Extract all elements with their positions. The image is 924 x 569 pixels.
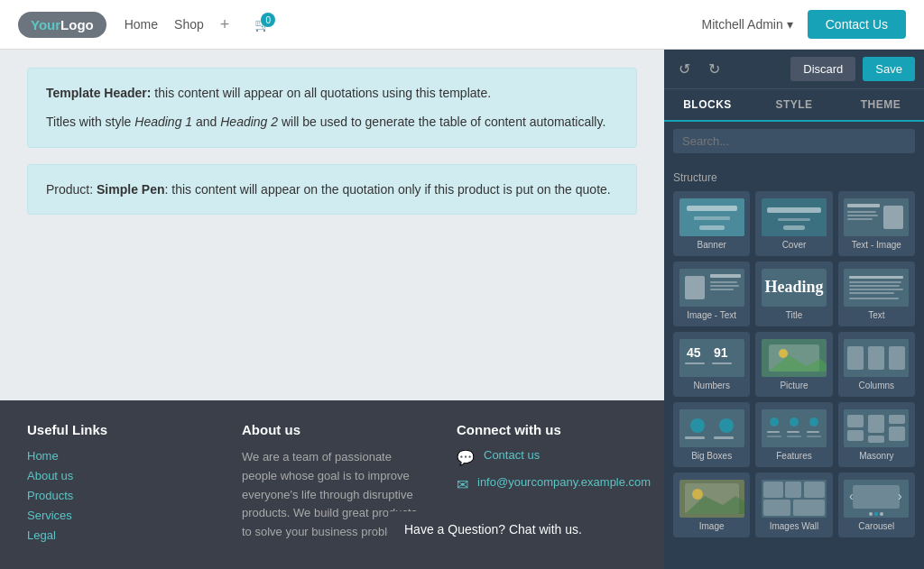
svg-rect-73: [853, 485, 900, 509]
box2-body: : this content will appear on the quotat…: [165, 182, 611, 197]
footer-links-list: Home About us Products Services Legal: [27, 448, 206, 542]
svg-rect-12: [847, 218, 873, 220]
box1-body: this content will appear on all quotatio…: [151, 86, 491, 100]
svg-text:›: ›: [898, 489, 902, 503]
svg-point-41: [690, 418, 705, 433]
panel-toolbar: ↺ ↻ Discard Save: [664, 50, 924, 89]
block-thumb-numbers: 45 91: [679, 339, 744, 377]
svg-rect-3: [699, 225, 725, 230]
block-heading[interactable]: Heading Title: [755, 262, 832, 326]
block-thumb-picture: [762, 339, 827, 377]
svg-rect-44: [714, 436, 734, 439]
chat-icon: 💬: [457, 449, 475, 466]
footer-link-services[interactable]: Services: [27, 508, 206, 522]
content-area: Template Header: this content will appea…: [0, 50, 664, 569]
nav-home[interactable]: Home: [125, 17, 158, 32]
block-banner[interactable]: Banner: [673, 191, 750, 256]
tab-style[interactable]: STYLE: [751, 89, 837, 120]
block-label-big-boxes: Big Boxes: [691, 451, 732, 461]
block-big-boxes[interactable]: Big Boxes: [673, 402, 750, 467]
svg-rect-39: [889, 346, 905, 370]
svg-rect-50: [787, 431, 799, 433]
svg-rect-18: [710, 285, 739, 287]
svg-point-47: [790, 418, 799, 427]
svg-rect-17: [710, 281, 737, 283]
block-thumb-image-text: [679, 269, 744, 307]
svg-point-42: [719, 418, 734, 433]
box2-product: Simple Pen: [97, 182, 164, 197]
block-thumb-image: [679, 480, 744, 518]
chat-widget[interactable]: Have a Question? Chat with us.: [388, 511, 598, 547]
svg-rect-24: [849, 289, 903, 290]
nav-links: Home Shop + 🛒 0: [125, 15, 271, 34]
block-text[interactable]: Text: [838, 262, 915, 326]
svg-rect-19: [710, 289, 734, 290]
save-button[interactable]: Save: [863, 57, 915, 81]
box1-end: will be used to generate the table of co…: [278, 115, 605, 129]
block-masonry[interactable]: Masonry: [838, 402, 915, 467]
logo[interactable]: YourLogo: [18, 12, 106, 38]
block-label-masonry: Masonry: [859, 451, 893, 461]
block-picture[interactable]: Picture: [755, 332, 832, 397]
block-text-image[interactable]: Text - Image: [838, 191, 915, 256]
footer-link-products[interactable]: Products: [27, 488, 206, 502]
block-columns[interactable]: Columns: [838, 332, 915, 397]
svg-rect-30: [685, 363, 705, 364]
svg-rect-49: [767, 431, 780, 433]
box1-sub: Titles with style: [46, 115, 134, 129]
block-numbers[interactable]: 45 91 Numbers: [673, 332, 750, 397]
svg-rect-68: [785, 482, 801, 498]
contact-link[interactable]: Contact us: [484, 448, 540, 462]
svg-text:91: 91: [714, 345, 728, 360]
block-thumb-images-wall: [762, 480, 827, 518]
svg-rect-20: [844, 269, 909, 307]
svg-rect-11: [847, 215, 878, 216]
admin-dropdown[interactable]: Mitchell Admin ▾: [701, 17, 792, 32]
footer-link-legal[interactable]: Legal: [27, 528, 206, 542]
svg-rect-60: [889, 415, 905, 424]
svg-rect-1: [687, 206, 737, 211]
block-image-text[interactable]: Image - Text: [673, 262, 750, 326]
cart-icon[interactable]: 🛒 0: [254, 17, 270, 32]
redo-button[interactable]: ↻: [703, 57, 725, 81]
main-layout: Template Header: this content will appea…: [0, 50, 924, 569]
block-carousel[interactable]: ‹ › Carousel: [838, 473, 915, 537]
block-label-features: Features: [776, 451, 811, 461]
block-images-wall[interactable]: Images Wall: [755, 473, 832, 537]
svg-rect-70: [763, 500, 790, 516]
tab-theme[interactable]: THEME: [837, 89, 924, 120]
svg-rect-9: [847, 204, 880, 207]
discard-button[interactable]: Discard: [790, 57, 855, 81]
svg-rect-7: [783, 225, 805, 230]
undo-button[interactable]: ↺: [673, 57, 696, 81]
cart-badge: 0: [261, 13, 275, 27]
svg-rect-25: [849, 292, 894, 294]
nav-add[interactable]: +: [220, 15, 230, 34]
footer-link-about[interactable]: About us: [27, 468, 206, 482]
svg-rect-67: [763, 482, 783, 498]
block-features[interactable]: Features: [755, 402, 832, 467]
box2-prefix: Product:: [46, 182, 97, 197]
nav-right: Mitchell Admin ▾ Contact Us: [701, 10, 906, 39]
svg-rect-5: [767, 207, 821, 213]
block-label-picture: Picture: [780, 381, 808, 390]
footer-link-home[interactable]: Home: [27, 448, 206, 463]
block-label-images-wall: Images Wall: [770, 521, 819, 531]
nav-shop[interactable]: Shop: [174, 17, 204, 32]
email-link[interactable]: info@yourcompany.example.com: [477, 475, 651, 489]
svg-point-64: [692, 489, 703, 500]
svg-point-34: [779, 349, 788, 358]
contact-button[interactable]: Contact Us: [808, 10, 906, 39]
block-thumb-columns: [844, 339, 909, 377]
panel-tabs: BLOCKS STYLE THEME: [664, 89, 924, 122]
navbar: YourLogo Home Shop + 🛒 0 Mitchell Admin …: [0, 0, 924, 50]
block-cover[interactable]: Cover: [755, 191, 832, 256]
search-input[interactable]: [673, 129, 915, 153]
email-icon: ✉: [457, 476, 468, 493]
block-thumb-cover: [762, 198, 827, 236]
tab-blocks[interactable]: BLOCKS: [664, 89, 751, 122]
svg-rect-69: [804, 482, 825, 498]
block-image[interactable]: Image: [673, 473, 750, 537]
box1-title: Template Header:: [46, 86, 151, 100]
svg-rect-23: [849, 285, 900, 287]
